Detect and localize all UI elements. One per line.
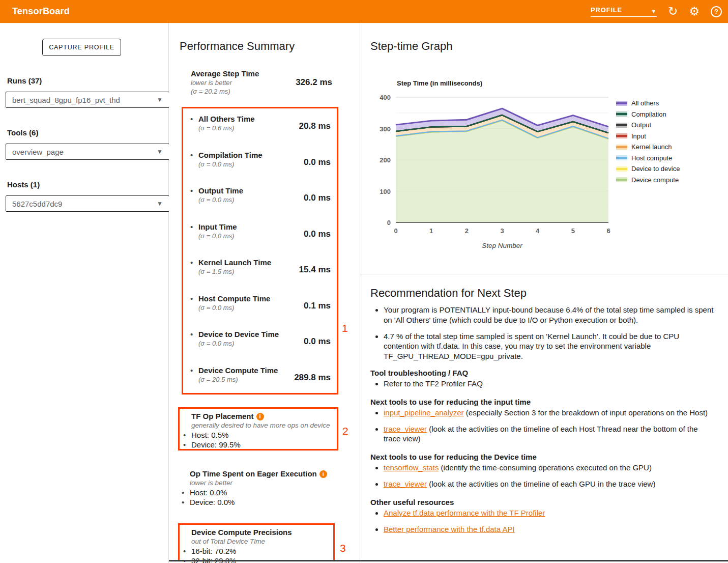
block-item: 16-bit: 70.2%: [191, 546, 328, 556]
legend-swatch: [616, 123, 627, 128]
block-item: Device: 0.0%: [190, 497, 333, 507]
metric-row: •Device Compute Time(σ = 20.5 ms)289.8 m…: [183, 366, 337, 397]
section-item: Better performance with the tf.data API: [384, 524, 715, 534]
runs-selector: Runs (37)bert_squad_8gpu_fp16_pvt_thd▼: [0, 76, 168, 108]
block-item: 32-bit: 29.8%: [191, 556, 328, 563]
hosts-label: Hosts (1): [7, 180, 168, 189]
tools-label: Tools (6): [7, 128, 168, 137]
bullet-icon: •: [190, 115, 193, 123]
settings-gear-icon[interactable]: ⚙: [689, 6, 700, 17]
metric-sigma: (σ = 0.0 ms): [198, 339, 279, 348]
tensorflow-stats-link[interactable]: tensorflow_stats: [384, 463, 439, 472]
trace-viewer-link[interactable]: trace_viewer: [384, 480, 427, 488]
analyze-tf-data-performance-with-the-tf-profiler-link[interactable]: Analyze tf.data performance with the TF …: [384, 509, 545, 517]
legend-label: Input: [631, 132, 646, 140]
section-item: tensorflow_stats (identify the time-cons…: [384, 463, 715, 473]
input-pipeline-analyzer-link[interactable]: input_pipeline_analyzer: [384, 408, 464, 417]
metric-text: All Others Time(σ = 0.6 ms): [198, 115, 255, 132]
metric-label: Output Time: [198, 186, 243, 195]
legend-swatch: [616, 166, 627, 172]
tools-selector: Tools (6)overview_page▼: [0, 128, 168, 160]
legend-label: Device compute: [631, 176, 679, 184]
block-note: generally desired to have more ops on de…: [191, 421, 332, 430]
callout-box-1: •All Others Time(σ = 0.6 ms)20.8 ms•Comp…: [182, 107, 338, 395]
metric-label: Kernel Launch Time: [198, 258, 271, 267]
metric-sigma: (σ = 0.0 ms): [198, 195, 243, 204]
metric-text: Input Time(σ = 0.0 ms): [198, 222, 237, 240]
recommendation-section: Recommendation for Next Step Your progra…: [360, 274, 728, 541]
hosts-select[interactable]: 5627c5dd7dc9▼: [6, 195, 169, 212]
section-heading-next-tools-to-use-for-reducing-the-device-time: Next tools to use for reducing the Devic…: [370, 453, 715, 461]
legend-label: Device to device: [631, 165, 680, 173]
step-time-chart: 01002003004000123456Step Number: [375, 92, 615, 255]
info-icon[interactable]: i: [256, 413, 264, 420]
metric-row: •Device to Device Time(σ = 0.0 ms)0.0 ms: [183, 330, 337, 360]
svg-text:200: 200: [380, 156, 391, 164]
app-header: TensorBoard PROFILE ▼ ↻ ⚙ ?: [0, 0, 728, 23]
metric-sigma: (σ = 0.0 ms): [198, 303, 270, 312]
metric-value: 0.0 ms: [304, 193, 331, 203]
metric-label: Compilation Time: [198, 151, 263, 160]
legend-item-device-compute: Device compute: [616, 175, 680, 186]
better-performance-with-the-tf-data-api-link[interactable]: Better performance with the tf.data API: [384, 525, 515, 533]
legend-item-output: Output: [616, 120, 680, 131]
legend-item-host-compute: Host compute: [616, 153, 680, 164]
performance-summary-panel: Performance Summary Average Step Time lo…: [169, 23, 360, 563]
metric-row: •Input Time(σ = 0.0 ms)0.0 ms: [183, 222, 337, 253]
bullet-icon: •: [190, 222, 193, 231]
trace-viewer-link[interactable]: trace_viewer: [384, 425, 427, 433]
dashboard-select[interactable]: PROFILE ▼: [591, 6, 657, 17]
metric-label: Host Compute Time: [198, 294, 270, 303]
metric-value: 289.8 ms: [294, 373, 331, 383]
section-heading-tool-troubleshooting-faq: Tool troubleshooting / FAQ: [370, 369, 715, 377]
metric-label: Device to Device Time: [198, 330, 279, 339]
svg-text:5: 5: [571, 227, 575, 235]
metric-text: Kernel Launch Time(σ = 1.5 ms): [198, 258, 271, 276]
legend-item-all-others: All others: [616, 98, 680, 109]
eager-execution-block: Op Time Spent on Eager Executionilower i…: [178, 466, 338, 510]
legend-label: Host compute: [631, 154, 672, 162]
bullet-icon: •: [190, 151, 193, 159]
help-icon[interactable]: ?: [711, 6, 722, 17]
recommendation-bullet: 4.7 % of the total step time sampled is …: [384, 331, 715, 361]
chevron-down-icon: ▼: [157, 148, 163, 155]
legend-item-kernel-launch: Kernel launch: [616, 142, 680, 153]
legend-label: All others: [631, 99, 659, 107]
bullet-icon: •: [190, 366, 193, 375]
chevron-down-icon: ▼: [157, 96, 163, 103]
block-title: Device Compute Precisions: [191, 527, 328, 537]
svg-text:4: 4: [536, 227, 540, 235]
metric-row: •Host Compute Time(σ = 0.0 ms)0.1 ms: [183, 294, 337, 325]
bullet-icon: •: [190, 186, 193, 195]
metric-value: 0.0 ms: [304, 336, 331, 347]
sidebar: CAPTURE PROFILE Runs (37)bert_squad_8gpu…: [0, 23, 169, 563]
metric-sigma: (σ = 20.5 ms): [198, 375, 278, 384]
metric-sigma: (σ = 0.6 ms): [198, 124, 255, 132]
legend-item-input: Input: [616, 131, 680, 142]
legend-label: Output: [631, 121, 651, 129]
metric-text: Device to Device Time(σ = 0.0 ms): [198, 330, 279, 348]
metric-sigma: (σ = 20.2 ms): [191, 87, 332, 96]
section-heading-other-useful-resources: Other useful resources: [370, 498, 715, 506]
capture-profile-button[interactable]: CAPTURE PROFILE: [42, 39, 121, 56]
legend-swatch: [616, 111, 627, 117]
recommendation-title: Recommendation for Next Step: [370, 287, 715, 300]
callout-number-2: 2: [342, 425, 348, 437]
svg-text:3: 3: [500, 227, 504, 235]
metric-text: Device Compute Time(σ = 20.5 ms): [198, 366, 278, 384]
metric-text: Host Compute Time(σ = 0.0 ms): [198, 294, 270, 312]
tools-select[interactable]: overview_page▼: [6, 144, 169, 160]
legend-swatch: [616, 145, 627, 150]
performance-summary-title: Performance Summary: [180, 40, 295, 53]
main-panel: Step-time Graph Step Time (in millisecon…: [360, 23, 728, 563]
section-list: tensorflow_stats (identify the time-cons…: [370, 463, 715, 489]
svg-text:0: 0: [394, 227, 397, 235]
section-item: trace_viewer (look at the activities on …: [384, 424, 715, 444]
metric-text: Output Time(σ = 0.0 ms): [198, 186, 243, 204]
svg-text:100: 100: [380, 188, 391, 195]
reload-icon[interactable]: ↻: [668, 6, 678, 17]
runs-select[interactable]: bert_squad_8gpu_fp16_pvt_thd▼: [6, 92, 169, 108]
info-icon[interactable]: i: [319, 470, 327, 478]
bullet-icon: •: [190, 330, 193, 339]
block-item: Device: 99.5%: [191, 440, 332, 449]
